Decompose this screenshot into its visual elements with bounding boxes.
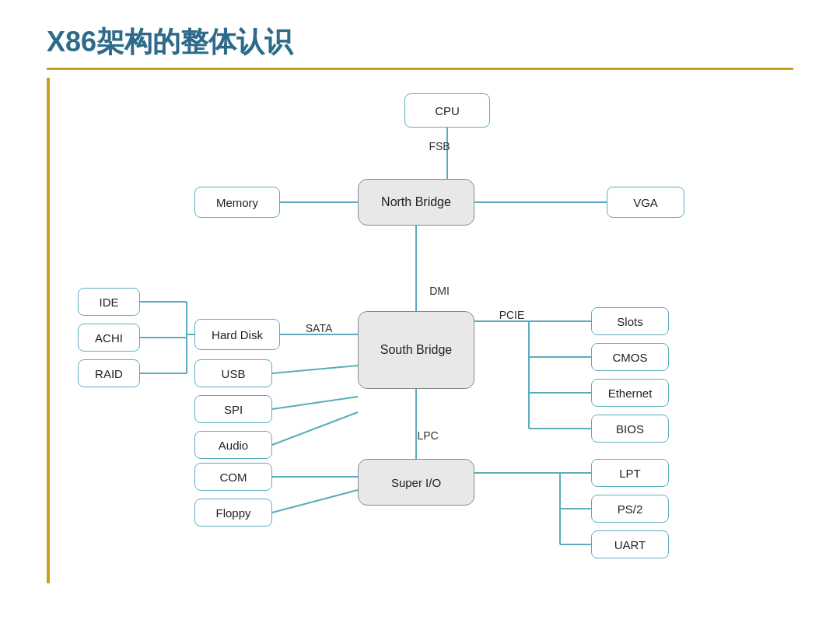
svg-line-10 [272,366,358,373]
title-underline [47,68,793,70]
dmi-label: DMI [416,283,463,299]
ide-box: IDE [78,288,140,316]
com-box: COM [194,463,272,491]
cpu-box: CPU [404,93,490,128]
floppy-box: Floppy [194,499,272,527]
bios-box: BIOS [591,415,669,443]
fsb-label: FSB [416,138,463,154]
diagram-area: CPU North Bridge South Bridge Super I/O … [62,78,824,622]
title-area: X86架构的整体认识 [0,0,840,78]
hard-disk-box: Hard Disk [194,319,280,350]
memory-box: Memory [194,187,280,218]
north-bridge-box: North Bridge [358,179,474,226]
uart-box: UART [591,530,669,558]
cmos-box: CMOS [591,343,669,371]
left-border-decoration [47,78,50,583]
raid-box: RAID [78,359,140,387]
spi-box: SPI [194,395,272,423]
vga-box: VGA [607,187,684,218]
lpt-box: LPT [591,459,669,487]
usb-box: USB [194,359,272,387]
svg-line-15 [272,490,358,513]
svg-line-11 [272,397,358,409]
south-bridge-box: South Bridge [358,311,474,389]
slots-box: Slots [591,307,669,335]
svg-line-12 [272,412,358,445]
lpc-label: LPC [404,428,451,443]
pcie-label: PCIE [488,307,535,323]
sata-label: SATA [296,320,342,336]
page-title: X86架构的整体认识 [47,23,793,61]
ps2-box: PS/2 [591,495,669,523]
ethernet-box: Ethernet [591,379,669,407]
super-io-box: Super I/O [358,459,474,506]
achi-box: ACHI [78,324,140,352]
audio-box: Audio [194,431,272,459]
